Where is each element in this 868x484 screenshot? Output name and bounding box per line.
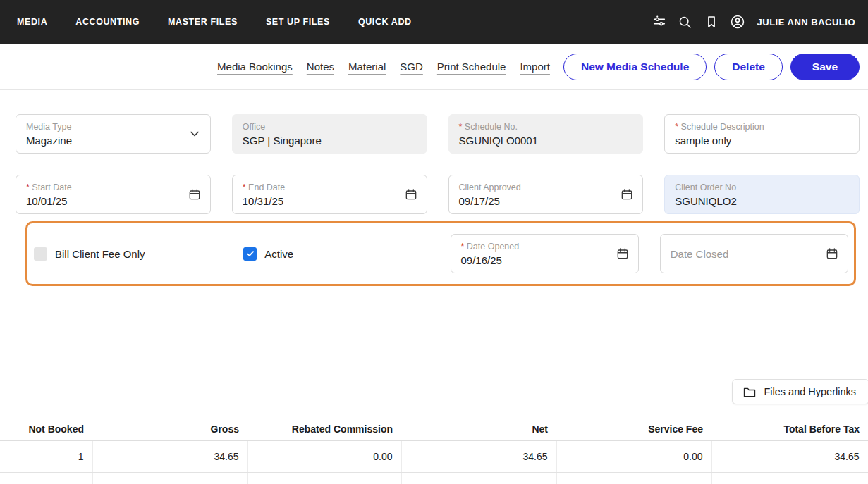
top-navigation-bar: MEDIA ACCOUNTING MASTER FILES SET UP FIL…	[0, 0, 868, 44]
schedule-tab-links: Media Bookings Notes Material SGD Print …	[217, 61, 550, 73]
calendar-icon[interactable]	[187, 187, 202, 202]
media-schedule-form: Media Type Magazine Office SGP | Singapo…	[0, 90, 868, 404]
active-label: Active	[264, 248, 293, 260]
rebated-commission-value: 0.00	[247, 441, 401, 473]
office-value: SGP | Singapore	[243, 135, 398, 147]
office-label: Office	[243, 122, 398, 132]
topbar-actions: JULIE ANN BACULIO	[652, 14, 855, 30]
checkbox-checked-icon[interactable]	[243, 247, 257, 261]
col-service-fee: Service Fee	[556, 418, 711, 441]
link-sgd[interactable]: SGD	[400, 61, 423, 73]
form-row-1: Media Type Magazine Office SGP | Singapo…	[16, 114, 860, 154]
link-import[interactable]: Import	[520, 61, 550, 73]
end-date-field[interactable]: End Date 10/31/25	[232, 175, 427, 214]
summary-header-row: Not Booked Gross Rebated Commission Net …	[0, 418, 868, 441]
schedule-description-label: Schedule Description	[675, 122, 831, 132]
schedule-no-field: Schedule No. SGUNIQLO0001	[448, 114, 644, 154]
gross-value: 34.65	[92, 441, 247, 473]
client-order-no-label: Client Order No	[675, 182, 831, 192]
calendar-icon[interactable]	[615, 246, 630, 261]
date-opened-label: Date Opened	[461, 242, 610, 252]
total-before-tax-value: 34.65	[711, 441, 868, 473]
folder-icon	[742, 385, 757, 399]
media-type-value: Magazine	[26, 135, 182, 147]
start-date-field[interactable]: Start Date 10/01/25	[16, 175, 211, 214]
form-row-3: Bill Client Fee Only Active Date Opened …	[27, 223, 854, 284]
bill-client-fee-only-label: Bill Client Fee Only	[55, 248, 145, 260]
main-menu: MEDIA ACCOUNTING MASTER FILES SET UP FIL…	[17, 17, 412, 27]
end-date-value: 10/31/25	[243, 195, 398, 207]
col-net: Net	[401, 418, 556, 441]
calendar-icon[interactable]	[824, 246, 840, 261]
nav-quick-add[interactable]: QUICK ADD	[358, 17, 412, 27]
net-value: 34.65	[401, 441, 556, 473]
col-not-booked: Not Booked	[0, 418, 92, 441]
booking-summary-table: Not Booked Gross Rebated Commission Net …	[0, 418, 868, 484]
search-icon[interactable]	[678, 14, 693, 30]
schedule-toolbar: Media Bookings Notes Material SGD Print …	[0, 44, 868, 90]
files-and-hyperlinks-button[interactable]: Files and Hyperlinks	[732, 379, 868, 404]
nav-set-up-files[interactable]: SET UP FILES	[266, 17, 330, 27]
date-opened-value: 09/16/25	[461, 254, 610, 266]
summary-empty-row	[0, 473, 868, 484]
col-gross: Gross	[92, 418, 247, 441]
col-rebated-commission: Rebated Commission	[247, 418, 401, 441]
summary-data-row: 1 34.65 0.00 34.65 0.00 34.65	[0, 441, 868, 473]
calendar-icon[interactable]	[403, 187, 419, 202]
checkbox-unchecked-icon[interactable]	[34, 247, 47, 261]
highlighted-row-annotation: Bill Client Fee Only Active Date Opened …	[25, 221, 856, 286]
nav-master-files[interactable]: MASTER FILES	[168, 17, 238, 27]
end-date-label: End Date	[243, 182, 398, 192]
client-approved-field[interactable]: Client Approved 09/17/25	[448, 175, 644, 214]
media-type-select[interactable]: Media Type Magazine	[16, 114, 211, 154]
logged-in-user-name[interactable]: JULIE ANN BACULIO	[757, 17, 855, 27]
bill-client-fee-only-checkbox[interactable]: Bill Client Fee Only	[31, 234, 219, 273]
user-avatar-icon[interactable]	[730, 14, 745, 30]
schedule-no-label: Schedule No.	[459, 122, 615, 132]
link-media-bookings[interactable]: Media Bookings	[217, 61, 293, 73]
start-date-value: 10/01/25	[26, 195, 182, 207]
bookmark-icon[interactable]	[704, 14, 719, 30]
link-notes[interactable]: Notes	[307, 61, 334, 73]
form-row-2: Start Date 10/01/25 End Date 10/31/25 Cl…	[16, 175, 860, 214]
new-media-schedule-button[interactable]: New Media Schedule	[563, 54, 707, 80]
office-field: Office SGP | Singapore	[232, 114, 427, 154]
start-date-label: Start Date	[26, 182, 182, 192]
link-material[interactable]: Material	[348, 61, 386, 73]
delete-button[interactable]: Delete	[714, 54, 783, 80]
files-row: Files and Hyperlinks	[16, 379, 860, 404]
client-order-no-field: Client Order No SGUNIQLO2	[664, 175, 860, 214]
client-approved-label: Client Approved	[459, 182, 615, 192]
tune-filter-icon[interactable]	[652, 14, 667, 30]
schedule-description-value: sample only	[675, 135, 831, 147]
client-approved-value: 09/17/25	[459, 195, 615, 207]
files-and-hyperlinks-label: Files and Hyperlinks	[764, 386, 856, 397]
date-opened-field[interactable]: Date Opened 09/16/25	[451, 234, 639, 273]
col-total-before-tax: Total Before Tax	[711, 418, 868, 441]
schedule-description-field[interactable]: Schedule Description sample only	[664, 114, 860, 154]
nav-accounting[interactable]: ACCOUNTING	[75, 17, 140, 27]
media-type-label: Media Type	[26, 122, 182, 132]
save-button[interactable]: Save	[790, 54, 860, 80]
calendar-icon[interactable]	[619, 187, 635, 202]
link-print-schedule[interactable]: Print Schedule	[437, 61, 506, 73]
date-closed-placeholder: Date Closed	[671, 248, 819, 260]
date-closed-field[interactable]: Date Closed	[660, 234, 848, 273]
schedule-no-value: SGUNIQLO0001	[459, 135, 615, 147]
client-order-no-value: SGUNIQLO2	[675, 195, 831, 207]
not-booked-value: 1	[0, 441, 92, 473]
nav-media[interactable]: MEDIA	[17, 17, 47, 27]
service-fee-value: 0.00	[556, 441, 711, 473]
chevron-down-icon	[187, 126, 202, 142]
active-checkbox[interactable]: Active	[240, 234, 429, 273]
